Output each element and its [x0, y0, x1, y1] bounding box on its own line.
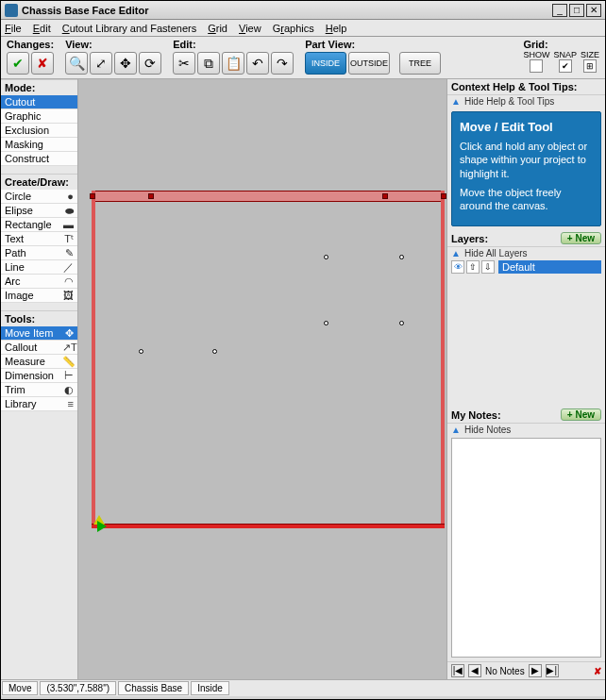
mode-construct[interactable]: Construct: [1, 152, 77, 166]
tree-button[interactable]: TREE: [399, 52, 441, 75]
notes-area[interactable]: [451, 438, 601, 658]
menu-help[interactable]: Help: [326, 23, 347, 34]
grid-snap-label: SNAP: [553, 50, 577, 59]
maximize-button[interactable]: □: [569, 4, 584, 17]
redo-button[interactable]: ↷: [271, 52, 294, 75]
paste-button[interactable]: 📋: [222, 52, 244, 75]
hole-marker[interactable]: [324, 321, 328, 325]
accept-button[interactable]: ✔: [7, 52, 29, 75]
menu-edit[interactable]: Edit: [33, 23, 51, 34]
create-path[interactable]: Path✎: [1, 246, 77, 260]
origin-x-arrow-icon: [97, 521, 107, 532]
right-panel: Context Help & Tool Tips: ▲Hide Help & T…: [446, 79, 605, 679]
create-elipse[interactable]: Elipse⬬: [1, 204, 77, 218]
create-rectangle[interactable]: Rectangle▬: [1, 218, 77, 232]
layer-row[interactable]: 👁 ⇧ ⇩ Default: [447, 259, 605, 275]
trim-icon: ◐: [62, 384, 74, 396]
changes-label: Changes:: [7, 39, 54, 50]
selection-handle[interactable]: [441, 193, 446, 199]
undo-button[interactable]: ↶: [246, 52, 269, 75]
tool-library[interactable]: Library≡: [1, 397, 77, 411]
copy-button[interactable]: ⧉: [197, 52, 220, 75]
create-line[interactable]: Line／: [1, 260, 77, 275]
selection-handle[interactable]: [148, 193, 154, 199]
outside-button[interactable]: OUTSIDE: [348, 52, 390, 75]
zoom-fit-button[interactable]: ⤢: [90, 52, 112, 75]
new-note-button[interactable]: + New: [561, 408, 601, 421]
grid-snap-checkbox[interactable]: ✔: [559, 59, 572, 73]
partview-label: Part View:: [305, 39, 441, 50]
selection-handle[interactable]: [382, 193, 388, 199]
hide-notes-toggle[interactable]: ▲Hide Notes: [447, 424, 605, 436]
layer-down-icon[interactable]: ⇩: [481, 260, 495, 274]
notes-prev-button[interactable]: ◀: [468, 664, 481, 677]
grid-show-checkbox[interactable]: [530, 59, 543, 73]
zoom-in-button[interactable]: 🔍: [65, 52, 88, 75]
layer-name[interactable]: Default: [498, 260, 601, 274]
elipse-icon: ⬬: [62, 205, 74, 217]
minimize-button[interactable]: _: [552, 4, 567, 17]
create-circle[interactable]: Circle●: [1, 190, 77, 204]
view-label: View:: [65, 39, 161, 50]
layer-up-icon[interactable]: ⇧: [466, 260, 480, 274]
create-arc[interactable]: Arc◠: [1, 275, 77, 289]
notes-last-button[interactable]: ▶|: [546, 664, 559, 677]
window-controls: _ □ ✕: [552, 4, 601, 17]
mode-masking[interactable]: Masking: [1, 138, 77, 152]
changes-group: Changes: ✔ ✘: [7, 39, 54, 75]
hole-marker[interactable]: [212, 349, 217, 354]
tool-dimension[interactable]: Dimension⊢: [1, 369, 77, 383]
mode-section-label: Mode:: [1, 79, 77, 95]
menu-cutout[interactable]: Cutout Library and Fasteners: [62, 23, 196, 34]
hide-help-toggle[interactable]: ▲Hide Help & Tool Tips: [447, 95, 605, 108]
reject-button[interactable]: ✘: [31, 52, 54, 75]
mode-cutout[interactable]: Cutout: [1, 95, 77, 109]
hole-marker[interactable]: [324, 255, 328, 259]
grid-size-label: SIZE: [581, 50, 599, 59]
notes-next-button[interactable]: ▶: [529, 664, 542, 677]
hide-layers-toggle[interactable]: ▲Hide All Layers: [447, 247, 605, 259]
context-help-header: Context Help & Tool Tips:: [447, 79, 605, 95]
grid-group: Grid: SHOW SNAP✔ SIZE⊞: [523, 39, 599, 73]
hole-marker[interactable]: [399, 321, 404, 325]
status-side: Inside: [191, 681, 229, 695]
tool-trim[interactable]: Trim◐: [1, 383, 77, 397]
collapse-icon: ▲: [451, 425, 461, 435]
canvas[interactable]: [78, 79, 446, 679]
hole-marker[interactable]: [139, 349, 143, 354]
layer-visibility-icon[interactable]: 👁: [451, 260, 464, 274]
status-coords: (3.530",7.588"): [40, 681, 116, 695]
create-text[interactable]: TextTᵗ: [1, 232, 77, 246]
menu-grid[interactable]: Grid: [208, 23, 227, 34]
pan-button[interactable]: ✥: [114, 52, 137, 75]
notes-footer: |◀ ◀ No Notes ▶ ▶| ✘: [447, 661, 605, 679]
refresh-button[interactable]: ⟳: [139, 52, 161, 75]
edit-group: Edit: ✂ ⧉ 📋 ↶ ↷: [173, 39, 294, 75]
inside-button[interactable]: INSIDE: [305, 52, 346, 75]
mode-graphic[interactable]: Graphic: [1, 109, 77, 124]
tools-section-label: Tools:: [1, 310, 77, 326]
tool-callout[interactable]: Callout↗T: [1, 341, 77, 355]
move-icon: ✥: [62, 327, 74, 340]
menu-view[interactable]: View: [239, 23, 261, 34]
notes-first-button[interactable]: |◀: [451, 664, 464, 677]
cut-button[interactable]: ✂: [173, 52, 195, 75]
create-section-label: Create/Draw:: [1, 174, 77, 190]
menu-graphics[interactable]: Graphics: [273, 23, 314, 34]
tool-measure[interactable]: Measure📏: [1, 355, 77, 369]
tool-move[interactable]: Move Item✥: [1, 326, 77, 341]
mode-exclusion[interactable]: Exclusion: [1, 124, 77, 138]
grid-size-button[interactable]: ⊞: [583, 59, 597, 73]
left-panel: Mode: Cutout Graphic Exclusion Masking C…: [1, 79, 78, 679]
close-button[interactable]: ✕: [586, 4, 601, 17]
notes-delete-button[interactable]: ✘: [594, 666, 601, 676]
main-area: Mode: Cutout Graphic Exclusion Masking C…: [1, 79, 605, 679]
menu-file[interactable]: File: [5, 23, 22, 34]
create-image[interactable]: Image🖼: [1, 289, 77, 303]
chassis-part[interactable]: [92, 191, 445, 528]
selection-handle[interactable]: [90, 193, 95, 199]
hole-marker[interactable]: [399, 255, 404, 259]
tools-list: Move Item✥ Callout↗T Measure📏 Dimension⊢…: [1, 326, 77, 411]
collapse-icon: ▲: [451, 96, 461, 107]
new-layer-button[interactable]: + New: [561, 232, 601, 244]
